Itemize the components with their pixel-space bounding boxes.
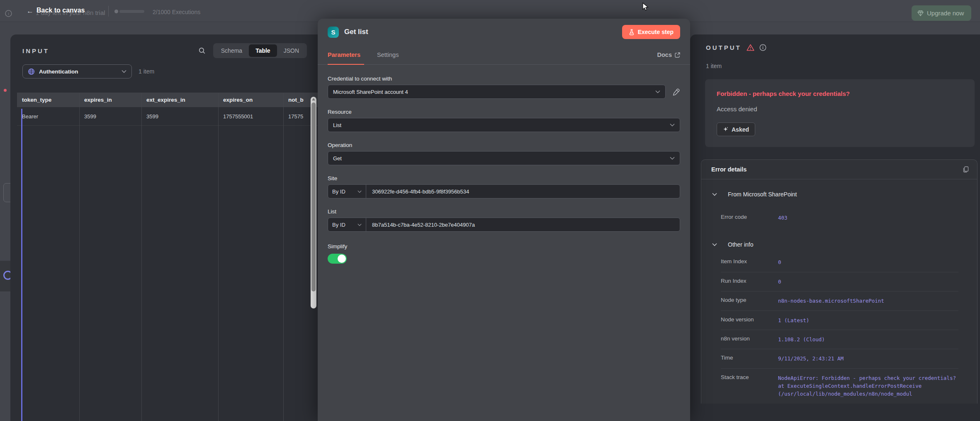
detail-label: Item Index [721, 258, 778, 266]
operation-label: Operation [328, 142, 680, 148]
toggle-knob [338, 255, 346, 263]
site-id-input[interactable]: 306922fe-d456-4fb4-bdb5-9f8f3956b534 [366, 185, 680, 198]
detail-label: Node version [721, 316, 778, 324]
chevron-down-icon [670, 123, 675, 127]
tab-parameters[interactable]: Parameters [328, 51, 360, 58]
selected-row-indicator [21, 109, 22, 421]
detail-label: n8n version [721, 335, 778, 343]
execute-step-button[interactable]: Execute step [622, 25, 680, 39]
input-items-count: 1 item [139, 68, 154, 75]
active-tab-underline [328, 64, 364, 65]
external-link-icon [675, 52, 680, 58]
back-to-canvas-label[interactable]: Back to canvas [36, 7, 85, 14]
chevron-down-icon [670, 157, 675, 160]
table-row[interactable]: Bearer 3599 3599 1757555001 17575 [17, 107, 318, 126]
mouse-cursor [642, 2, 649, 12]
docs-link[interactable]: Docs [657, 51, 680, 58]
site-label: Site [328, 175, 680, 181]
chevron-down-icon [712, 193, 717, 196]
docs-label: Docs [657, 51, 672, 58]
resource-label: Resource [328, 109, 680, 115]
node-title[interactable]: Get list [344, 28, 368, 36]
scrollbar-thumb[interactable] [311, 103, 316, 291]
topbar-divider [108, 6, 109, 17]
simplify-label: Simplify [328, 243, 680, 250]
chevron-down-icon [122, 70, 126, 73]
detail-value: 9/11/2025, 2:43:21 AM [778, 355, 958, 362]
gem-icon [917, 10, 924, 16]
detail-label: Run Index [721, 278, 778, 286]
ask-assistant-label: Asked [732, 126, 749, 133]
table-cell: 3599 [79, 113, 141, 120]
input-source-value: Authentication [39, 69, 117, 75]
edit-credential-pencil-icon[interactable] [672, 88, 680, 96]
canvas-node-error-dot [4, 89, 7, 92]
table-cell: 3599 [141, 113, 218, 120]
simplify-toggle[interactable] [328, 254, 347, 264]
detail-value: 0 [778, 278, 958, 286]
detail-value: 1 (Latest) [778, 316, 958, 324]
section-title: Other info [728, 241, 753, 248]
error-message-card: Forbidden - perhaps check your credentia… [705, 79, 975, 147]
ask-assistant-button[interactable]: Asked [717, 122, 755, 136]
detail-value: 1.108.2 (Cloud) [778, 335, 958, 343]
input-table: token_type expires_in ext_expires_in exp… [17, 93, 318, 421]
search-icon[interactable] [198, 47, 206, 54]
info-circle-icon[interactable] [759, 44, 766, 51]
input-source-select[interactable]: Authentication [22, 64, 132, 78]
info-circle-icon[interactable]: i [5, 10, 12, 17]
section-from-sharepoint[interactable]: From Microsoft SharePoint [712, 191, 958, 198]
detail-row: Time 9/11/2025, 2:43:21 AM [721, 349, 958, 368]
resource-value: List [333, 122, 670, 128]
column-header[interactable]: ext_expires_in [141, 97, 218, 103]
executions-progress-dot [114, 10, 118, 13]
detail-row-stack-trace: Stack trace NodeApiError: Forbidden - pe… [721, 368, 958, 404]
globe-icon [28, 68, 35, 75]
list-mode-value: By ID [332, 222, 354, 228]
flask-icon [629, 29, 635, 35]
detail-label: Stack trace [721, 374, 778, 398]
upgrade-now-button[interactable]: Upgrade now [912, 5, 971, 21]
detail-row: Run Index 0 [721, 272, 958, 291]
chevron-down-icon [712, 243, 717, 246]
table-header-row: token_type expires_in ext_expires_in exp… [17, 93, 318, 107]
back-arrow-icon[interactable]: ← [27, 7, 34, 15]
copy-icon[interactable] [963, 166, 969, 173]
operation-select[interactable]: Get [328, 151, 680, 165]
site-mode-select[interactable]: By ID [328, 185, 366, 198]
detail-value: 0 [778, 258, 958, 266]
scrollbar-up-arrow[interactable] [312, 98, 315, 100]
sparkle-icon [723, 127, 728, 132]
tab-settings[interactable]: Settings [377, 51, 399, 58]
execute-step-label: Execute step [638, 29, 674, 35]
executions-count: 2/1000 Executions [153, 9, 200, 15]
operation-value: Get [333, 155, 670, 162]
output-items-count: 1 item [706, 63, 980, 69]
tab-table[interactable]: Table [249, 44, 277, 57]
tab-json[interactable]: JSON [277, 44, 306, 57]
input-panel-title: INPUT [22, 47, 49, 54]
warning-triangle-icon [747, 44, 754, 51]
input-scrollbar[interactable] [311, 97, 316, 308]
tab-schema[interactable]: Schema [214, 44, 249, 57]
list-mode-select[interactable]: By ID [328, 218, 366, 231]
error-subtitle: Access denied [717, 105, 963, 113]
node-detail-modal: S Get list Execute step Parameters Setti… [318, 19, 690, 421]
site-field: By ID 306922fe-d456-4fb4-bdb5-9f8f3956b5… [328, 184, 680, 198]
detail-row: Node type n8n-nodes-base.microsoftShareP… [721, 291, 958, 310]
resource-select[interactable]: List [328, 118, 680, 132]
credential-select[interactable]: Microsoft SharePoint account 4 [328, 85, 666, 99]
column-header[interactable]: expires_on [218, 97, 283, 103]
list-label: List [328, 208, 680, 215]
section-other-info[interactable]: Other info [712, 241, 958, 248]
column-header[interactable]: expires_in [79, 97, 141, 103]
error-title: Forbidden - perhaps check your credentia… [717, 90, 963, 97]
column-header[interactable]: token_type [17, 97, 79, 103]
list-id-input[interactable]: 8b7a514b-c7ba-4e52-8210-2be7e404907a [366, 218, 680, 231]
upgrade-now-label: Upgrade now [927, 10, 964, 17]
credential-label: Credential to connect with [328, 76, 680, 82]
column-divider [79, 93, 80, 421]
error-code-row: Error code 403 [721, 208, 958, 227]
column-divider [283, 93, 284, 421]
detail-row: Item Index 0 [721, 253, 958, 272]
